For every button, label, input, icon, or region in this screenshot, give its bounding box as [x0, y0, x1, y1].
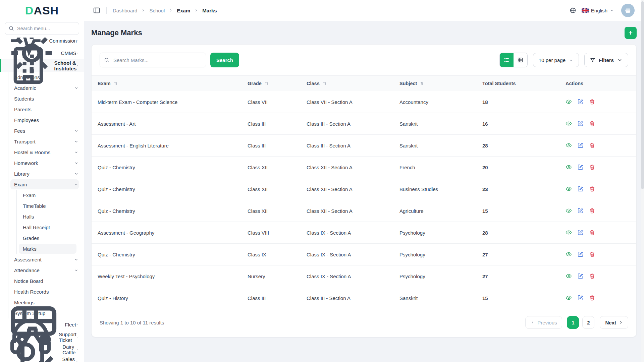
- sidebar-item-assessment[interactable]: Assessment: [0, 254, 84, 265]
- trash-icon: [589, 273, 595, 279]
- sidebar-search-input[interactable]: [5, 22, 79, 35]
- trash-icon: [589, 120, 595, 127]
- column-header-subject[interactable]: Subject: [393, 76, 476, 91]
- delete-button[interactable]: [589, 186, 596, 192]
- add-marks-button[interactable]: [625, 27, 637, 39]
- breadcrumb-dashboard[interactable]: Dashboard: [113, 8, 137, 13]
- edit-button[interactable]: [577, 273, 584, 280]
- grade-cell: Class III: [241, 287, 301, 309]
- breadcrumb-school[interactable]: School: [149, 8, 165, 13]
- delete-button[interactable]: [589, 251, 596, 258]
- edit-button[interactable]: [577, 164, 584, 171]
- filters-button[interactable]: Filters: [584, 53, 628, 67]
- delete-button[interactable]: [589, 207, 596, 214]
- pagination: Previous 12 Next: [525, 316, 628, 329]
- subject-cell: Psychology: [393, 244, 476, 265]
- sidebar-item-exam[interactable]: Exam: [0, 190, 84, 200]
- globe-icon[interactable]: [570, 7, 576, 14]
- view-button[interactable]: [566, 142, 572, 149]
- delete-button[interactable]: [589, 142, 596, 149]
- edit-button[interactable]: [577, 229, 584, 236]
- class-cell: Class III - Section A: [301, 287, 393, 309]
- view-button[interactable]: [566, 229, 572, 236]
- previous-button[interactable]: Previous: [525, 316, 562, 329]
- per-page-select[interactable]: 10 per page: [533, 53, 579, 67]
- view-button[interactable]: [566, 251, 572, 258]
- actions-cell: [559, 222, 636, 244]
- delete-button[interactable]: [589, 229, 596, 236]
- edit-button[interactable]: [577, 207, 584, 214]
- view-button[interactable]: [566, 207, 572, 214]
- page-scrollbar[interactable]: [641, 0, 644, 362]
- sidebar-item-sales-agent[interactable]: Sales Agent: [0, 356, 84, 362]
- sidebar-item-label: Academic: [14, 85, 36, 91]
- sidebar-item-fees[interactable]: Fees: [0, 125, 84, 136]
- breadcrumb-exam[interactable]: Exam: [177, 8, 190, 13]
- grade-cell: Nursery: [241, 265, 301, 287]
- sidebar-item-employees[interactable]: Employees: [0, 115, 84, 125]
- sidebar-toggle-icon[interactable]: [93, 7, 100, 14]
- sidebar-item-exam[interactable]: Exam: [0, 179, 84, 190]
- delete-button[interactable]: [589, 99, 596, 105]
- table-row: Quiz - ChemistryClass XIIClass XII - Sec…: [92, 200, 636, 222]
- edit-button[interactable]: [577, 295, 584, 301]
- edit-button[interactable]: [577, 120, 584, 127]
- column-label: Class: [307, 81, 320, 86]
- eye-icon: [566, 186, 572, 192]
- sidebar-item-library[interactable]: Library: [0, 168, 84, 179]
- marks-card: Search 10 per page Filters: [91, 44, 637, 337]
- next-button[interactable]: Next: [600, 316, 628, 329]
- breadcrumb-marks[interactable]: Marks: [202, 8, 217, 13]
- edit-button[interactable]: [577, 251, 584, 258]
- view-button[interactable]: [566, 120, 572, 127]
- view-button[interactable]: [566, 186, 572, 192]
- user-check-icon: [6, 336, 58, 362]
- marks-table: ExamGradeClassSubjectTotal StudentsActio…: [92, 75, 636, 309]
- sidebar-item-parents[interactable]: Parents: [0, 104, 84, 115]
- page-2-button[interactable]: 2: [582, 316, 594, 329]
- column-header-total-students: Total Students: [476, 76, 559, 91]
- edit-button[interactable]: [577, 99, 584, 105]
- sidebar-item-marks[interactable]: Marks: [0, 243, 84, 254]
- delete-button[interactable]: [589, 295, 596, 301]
- sidebar-item-transport[interactable]: Transport: [0, 136, 84, 147]
- sort-icon: [322, 81, 327, 86]
- language-selector[interactable]: English: [582, 8, 614, 13]
- scrollbar-thumb[interactable]: [641, 1, 644, 189]
- delete-button[interactable]: [589, 164, 596, 171]
- column-header-class[interactable]: Class: [301, 76, 393, 91]
- delete-button[interactable]: [589, 120, 596, 127]
- total-cell: 15: [476, 287, 559, 309]
- user-avatar[interactable]: [621, 4, 635, 17]
- view-button[interactable]: [566, 273, 572, 280]
- sidebar-item-homework[interactable]: Homework: [0, 158, 84, 168]
- exam-cell: Assessment - Art: [92, 113, 241, 135]
- sidebar-item-label: Fleet: [65, 322, 76, 327]
- sidebar-item-students[interactable]: Students: [0, 93, 84, 104]
- view-button[interactable]: [566, 295, 572, 301]
- column-header-exam[interactable]: Exam: [92, 76, 241, 91]
- edit-button[interactable]: [577, 142, 584, 149]
- sidebar-item-grades[interactable]: Grades: [0, 233, 84, 243]
- list-view-button[interactable]: [500, 53, 514, 67]
- sidebar-item-notice-board[interactable]: Notice Board: [0, 276, 84, 286]
- sidebar-item-hall-receipt[interactable]: Hall Receipt: [0, 222, 84, 233]
- sidebar-item-attendance[interactable]: Attendance: [0, 265, 84, 276]
- edit-button[interactable]: [577, 186, 584, 192]
- view-button[interactable]: [566, 99, 572, 105]
- column-header-grade[interactable]: Grade: [241, 76, 301, 91]
- search-button[interactable]: Search: [210, 53, 239, 67]
- sidebar-item-hostel-rooms[interactable]: Hostel & Rooms: [0, 147, 84, 158]
- page-content: Manage Marks Search: [84, 21, 644, 362]
- total-cell: 27: [476, 265, 559, 287]
- sidebar-item-school-institutes[interactable]: School & Institutes: [0, 59, 84, 72]
- sidebar-item-timetable[interactable]: TimeTable: [0, 200, 84, 211]
- app-logo[interactable]: DASH: [0, 0, 84, 21]
- page-1-button[interactable]: 1: [567, 316, 579, 329]
- grid-view-button[interactable]: [514, 53, 527, 67]
- sidebar-item-health-records[interactable]: Health Records: [0, 286, 84, 297]
- delete-button[interactable]: [589, 273, 596, 280]
- view-button[interactable]: [566, 164, 572, 171]
- sidebar-item-halls[interactable]: Halls: [0, 211, 84, 222]
- marks-search-input[interactable]: [100, 53, 206, 67]
